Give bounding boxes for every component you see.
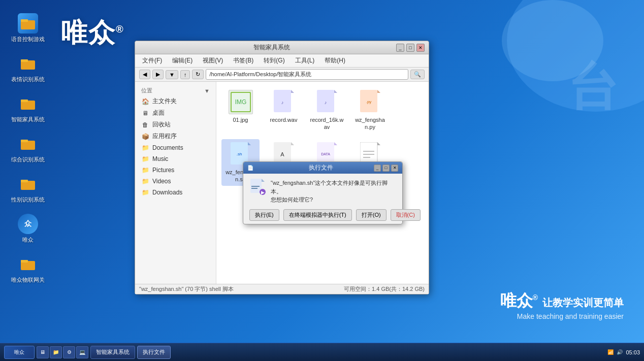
svg-rect-7 (21, 140, 28, 142)
platform-reg: ® (533, 293, 538, 302)
iot-gateway-label: 唯众物联网关 (11, 276, 45, 284)
file-item-recordwav[interactable]: ♪ record.wav (265, 87, 303, 134)
dialog-file-icon: ▶ (249, 179, 266, 195)
svg-marker-22 (377, 90, 380, 93)
taskbar-icon-1[interactable]: 🖥 (37, 346, 49, 358)
platform-tagline-en: Make teaching and training easier (517, 312, 624, 320)
svg-marker-39 (262, 179, 265, 182)
menu-tools[interactable]: 工具(L) (292, 55, 318, 66)
menu-help[interactable]: 帮助(H) (321, 55, 348, 66)
svg-rect-11 (21, 260, 28, 262)
svg-marker-34 (377, 142, 380, 145)
cancel-button[interactable]: 取消(C) (391, 209, 421, 221)
minimize-button[interactable]: _ (396, 44, 404, 52)
platform-tagline: 让教学实训更简单 (542, 297, 624, 308)
toolbar: ◀ ▶ ▼ ↑ ↻ /home/AI-Platform/Desktop/智能家具… (135, 68, 429, 82)
sidebar-desktop-label: 桌面 (152, 109, 165, 117)
sidebar-item-pictures[interactable]: 📁 Pictures (137, 165, 214, 176)
taskbar-execute-file-label: 执行文件 (143, 348, 165, 356)
menu-bar: 文件(F) 编辑(E) 视图(V) 书签(B) 转到(G) 工具(L) 帮助(H… (135, 54, 429, 68)
desktop-icon-synthesis-recognition[interactable]: 综合识别系统 (5, 130, 51, 167)
file-item-01jpg[interactable]: IMG 01.jpg (221, 87, 260, 134)
start-button[interactable]: 唯众 (4, 346, 35, 359)
sidebar-item-documents[interactable]: 📁 Documents (137, 142, 214, 153)
file-label-01jpg: 01.jpg (233, 116, 248, 123)
taskbar-icon-4[interactable]: 💻 (76, 346, 88, 358)
sidebar-chevron-icon[interactable]: ▼ (204, 88, 210, 94)
desktop-icon-smart-furniture[interactable]: 智能家具系统 (5, 90, 51, 126)
sidebar-item-apps[interactable]: 📦 应用程序 (137, 130, 214, 142)
dialog-minimize-button[interactable]: _ (374, 165, 381, 172)
reload-button[interactable]: ↻ (192, 70, 204, 79)
file-item-wzfengshanpy[interactable]: .py wz_fengshan.py (351, 87, 389, 134)
file-label-record16kwav: record_16k.wav (310, 116, 344, 131)
svg-text:♪: ♪ (281, 100, 283, 105)
sidebar-item-videos[interactable]: 📁 Videos (137, 176, 214, 187)
synthesis-recognition-icon (18, 134, 38, 154)
close-button[interactable]: ✕ (416, 44, 425, 52)
file-manager-controls: _ □ ✕ (396, 44, 425, 52)
back-button[interactable]: ◀ (139, 70, 150, 79)
taskbar-execute-file-btn[interactable]: 执行文件 (137, 346, 171, 359)
sidebar-trash-label: 回收站 (152, 120, 171, 129)
dialog-maximize-button[interactable]: □ (382, 165, 390, 172)
file-icon-recordwav: ♪ (272, 90, 296, 114)
file-item-record16kwav[interactable]: ♪ record_16k.wav (308, 87, 346, 134)
sidebar-item-trash[interactable]: 🗑 回收站 (137, 119, 214, 130)
taskbar-icon-2[interactable]: 📁 (50, 346, 62, 358)
start-label: 唯众 (14, 349, 24, 356)
apps-icon: 📦 (141, 133, 149, 141)
up-button[interactable]: ↑ (180, 70, 190, 79)
execute-dialog: 📄 执行文件 _ □ ✕ ▶ "wz_fengshan.sh"这个文本文件好像是… (243, 161, 403, 224)
svg-text:▶: ▶ (261, 190, 265, 195)
svg-text:DATA: DATA (321, 152, 330, 156)
sidebar-item-music[interactable]: 📁 Music (137, 153, 214, 165)
dialog-title: 执行文件 (268, 163, 374, 172)
menu-bookmarks[interactable]: 书签(B) (230, 55, 256, 66)
open-button[interactable]: 打开(O) (356, 209, 387, 221)
svg-marker-28 (291, 142, 294, 145)
taskbar-icon-3[interactable]: ⚙ (63, 346, 75, 358)
svg-rect-3 (21, 59, 28, 62)
taskbar-smart-furniture-btn[interactable]: 智能家具系统 (90, 346, 135, 359)
svg-rect-41 (251, 188, 257, 189)
home-icon: 🏠 (141, 97, 149, 106)
svg-rect-1 (21, 19, 28, 22)
desktop-icon-si: 🖥 (141, 109, 149, 117)
desktop-icon-iot-gateway[interactable]: 唯众物联网关 (5, 251, 51, 287)
execute-button[interactable]: 执行(E) (249, 209, 279, 221)
brand-logo: 唯众® (61, 15, 124, 51)
desktop-icon-face-recognition[interactable]: 表情识别系统 (5, 50, 51, 86)
network-icon: 📶 (607, 349, 614, 355)
svg-text:A: A (280, 151, 284, 157)
forward-button[interactable]: ▶ (152, 70, 164, 79)
menu-edit[interactable]: 编辑(E) (169, 55, 196, 66)
sidebar-item-downloads[interactable]: 📁 Downloads (137, 187, 214, 198)
menu-goto[interactable]: 转到(G) (261, 55, 287, 66)
dialog-message: ▶ "wz_fengshan.sh"这个文本文件好像是可执行脚本。 您想如何处理… (249, 179, 396, 204)
execute-in-terminal-button[interactable]: 在终端模拟器中执行(T) (283, 209, 352, 221)
smart-furniture-label: 智能家具系统 (11, 116, 45, 123)
sidebar-item-home[interactable]: 🏠 主文件夹 (137, 95, 214, 107)
address-bar[interactable]: /home/AI-Platform/Desktop/智能家具系统 (206, 69, 408, 80)
dropdown-button[interactable]: ▼ (166, 70, 178, 79)
dialog-message-line1: "wz_fengshan.sh"这个文本文件好像是可执行脚本。 (271, 179, 396, 195)
desktop-icon-gender-recognition[interactable]: 性别识别系统 (5, 171, 51, 207)
search-button[interactable]: 🔍 (410, 70, 425, 79)
desktop-icon-wezhong[interactable]: 众 唯众 (5, 211, 51, 247)
svg-rect-40 (251, 186, 260, 187)
menu-file[interactable]: 文件(F) (139, 55, 165, 66)
desktop-icon-voice-control[interactable]: 语音控制游戏 (5, 10, 51, 46)
svg-marker-19 (334, 90, 337, 93)
sidebar-pictures-label: Pictures (152, 167, 174, 174)
status-right: 可用空间：1.4 GB(共：14.2 GB) (344, 285, 425, 293)
dialog-close-button[interactable]: ✕ (391, 165, 398, 172)
voice-control-label: 语音控制游戏 (11, 36, 45, 43)
maximize-button[interactable]: □ (406, 44, 414, 52)
dialog-message-line2: 您想如何处理它? (271, 195, 396, 204)
dialog-titlebar: 📄 执行文件 _ □ ✕ (243, 162, 402, 174)
sidebar-item-desktop[interactable]: 🖥 桌面 (137, 107, 214, 119)
wezhong-label: 唯众 (22, 236, 34, 244)
platform-branding: 唯众® 让教学实训更简单 Make teaching and training … (500, 290, 624, 320)
menu-view[interactable]: 视图(V) (200, 55, 226, 66)
